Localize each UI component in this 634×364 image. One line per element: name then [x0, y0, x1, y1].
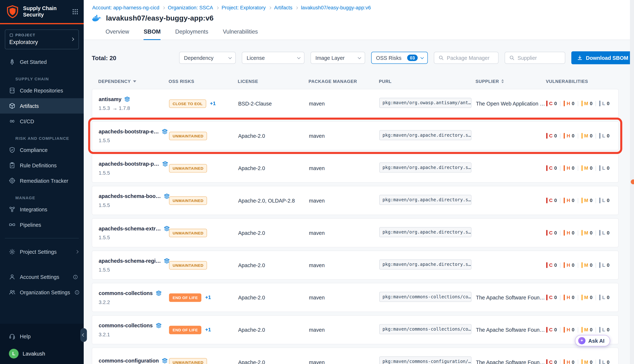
license-cell: Apache-2.0 [238, 165, 265, 171]
nav-account-settings[interactable]: Account Settings [0, 269, 84, 284]
purl-chip[interactable]: pkg:maven/commons-collections/co… [379, 324, 471, 334]
nav-help[interactable]: Help [0, 328, 84, 344]
breadcrumb-artifact-name[interactable]: lavakush07/easy-buggy-app:v6 [301, 5, 371, 10]
pill-divider [578, 133, 578, 138]
package-manager-input[interactable] [447, 55, 494, 61]
breadcrumb-separator-icon [269, 6, 271, 9]
nav-code-repositories[interactable]: Code Repositories [0, 83, 84, 98]
table-row[interactable]: commons-collections 3.2.2 END OF LIFE +1… [92, 283, 618, 312]
filter-label: OSS Risks [376, 55, 401, 61]
table-row[interactable]: apacheds-bootstrap-p… 1.5.5 UNMAINTAINED… [92, 154, 618, 183]
sort-descending-icon[interactable] [133, 80, 137, 82]
high-count-pill: H0 [564, 359, 574, 364]
purl-chip[interactable]: pkg:maven/org.apache.directory.s… [379, 130, 471, 140]
nav-remediation-tracker[interactable]: Remediation Tracker [0, 173, 84, 188]
oss-risks-cell: END OF LIFE +1 [169, 326, 238, 334]
nav-cicd[interactable]: CI/CD [0, 114, 84, 129]
dependency-filter[interactable]: Dependency [179, 52, 236, 64]
ai-sparkle-icon [578, 337, 585, 344]
section-manage: MANAGE [16, 196, 78, 200]
table-row[interactable]: antisamy 1.5.3 → 1.7.8 CLOSE TO EOL +1 B… [92, 89, 618, 118]
organization-settings-icon [9, 289, 15, 296]
purl-chip[interactable]: pkg:maven/commons-collections/co… [379, 292, 471, 302]
supplier-search[interactable] [505, 52, 565, 64]
dependency-cell: apacheds-schema-extr… 1.5.5 [99, 219, 169, 247]
project-icon [9, 33, 14, 37]
license-filter[interactable]: License [242, 52, 304, 64]
page-header: Account: app-harness-ng-cicd Organizatio… [84, 0, 634, 40]
artifacts-icon [9, 103, 15, 109]
nav-artifacts[interactable]: Artifacts [0, 98, 84, 114]
dependency-version: 3.2.2 [99, 299, 110, 305]
nav-rule-definitions[interactable]: Rule Definitions [0, 158, 84, 173]
chevron-right-icon [75, 250, 79, 254]
total-count: Total: 20 [92, 54, 173, 61]
medium-count-pill: M0 [581, 165, 592, 171]
breadcrumb-account[interactable]: Account: app-harness-ng-cicd [92, 5, 159, 10]
nav-compliance[interactable]: Compliance [0, 142, 84, 158]
sidebar-divider [5, 238, 79, 238]
table-row[interactable]: commons-collections 3.2.1 END OF LIFE +1… [92, 315, 618, 344]
breadcrumb-organization[interactable]: Organization: SSCA [168, 5, 213, 10]
tab-sbom[interactable]: SBOM [144, 28, 161, 40]
low-count-pill: L0 [599, 198, 609, 203]
image-layer-filter[interactable]: Image Layer [311, 52, 365, 64]
purl-chip[interactable]: pkg:maven/org.apache.directory.s… [379, 195, 471, 205]
table-row[interactable]: apacheds-schema-regi… 1.5.5 UNMAINTAINED… [92, 250, 618, 280]
pill-divider [578, 262, 578, 268]
sidebar-collapse-handle[interactable] [80, 328, 87, 342]
table-row[interactable]: apacheds-schema-extr… 1.5.5 UNMAINTAINED… [92, 218, 618, 248]
col-purl: PURL [379, 79, 391, 84]
more-risks-link[interactable]: +1 [210, 100, 216, 106]
gear-icon [9, 248, 15, 255]
tab-overview[interactable]: Overview [106, 28, 129, 40]
project-selector[interactable]: PROJECT Exploratory [5, 30, 79, 49]
sbom-content: Total: 20 Dependency License Image Layer… [84, 40, 634, 364]
purl-chip[interactable]: pkg:maven/org.owasp.antisamy/ant… [379, 98, 471, 108]
nav-project-settings[interactable]: Project Settings [0, 244, 84, 260]
nav-get-started[interactable]: Get Started [0, 54, 84, 70]
table-row[interactable]: apacheds-schema-boo… 1.5.5 UNMAINTAINED … [92, 186, 618, 215]
package-manager-cell: maven [309, 262, 325, 268]
sort-toggle-icon[interactable] [501, 79, 504, 83]
package-manager-cell: maven [309, 359, 325, 364]
tab-vulnerabilities[interactable]: Vulnerabilities [223, 28, 258, 40]
breadcrumb-project[interactable]: Project: Exploratory [222, 5, 266, 10]
critical-count-pill: C0 [546, 133, 557, 139]
more-risks-link[interactable]: +1 [205, 295, 211, 300]
more-risks-link[interactable]: +1 [205, 327, 211, 333]
supplier-input[interactable] [518, 55, 561, 61]
purl-chip[interactable]: pkg:maven/org.apache.directory.s… [379, 260, 471, 270]
package-manager-search[interactable] [434, 52, 498, 64]
low-count-pill: L0 [599, 165, 609, 171]
nav-pipelines[interactable]: Pipelines [0, 217, 84, 232]
nav-organization-settings[interactable]: Organization Settings [0, 284, 84, 300]
ask-ai-button[interactable]: Ask AI [575, 335, 610, 346]
sidebar-nav: Get Started SUPPLY CHAIN Code Repositori… [0, 54, 84, 324]
oss-risks-filter[interactable]: OSS Risks 03 [371, 52, 428, 64]
tab-deployments[interactable]: Deployments [175, 28, 208, 40]
table-row[interactable]: commons-configuration UNMAINTAINED Apach… [92, 348, 618, 364]
oss-risks-cell: UNMAINTAINED [169, 164, 238, 172]
col-oss-risks: OSS RISKS [169, 79, 194, 84]
table-row[interactable]: apacheds-bootstrap-e… 1.5.5 UNMAINTAINED… [92, 121, 618, 150]
risk-badge: UNMAINTAINED [169, 132, 207, 140]
user-profile[interactable]: L Lavakush [0, 344, 84, 360]
compliance-icon [9, 147, 15, 153]
nav-item-label: Compliance [20, 147, 48, 153]
rule-definitions-icon [9, 162, 15, 168]
purl-chip[interactable]: pkg:maven/org.apache.directory.s… [379, 227, 471, 237]
pill-divider [596, 327, 596, 332]
purl-chip[interactable]: pkg:maven/org.apache.directory.s… [379, 162, 471, 173]
module-grid-icon[interactable] [72, 8, 78, 15]
critical-count-pill: C0 [546, 327, 557, 333]
layers-icon [156, 290, 162, 296]
purl-chip[interactable]: pkg:maven/commons-configuration/… [379, 356, 471, 364]
dependency-name: commons-configuration [99, 358, 159, 364]
breadcrumb-artifacts[interactable]: Artifacts [274, 5, 292, 10]
section-supply-chain: SUPPLY CHAIN [16, 77, 78, 81]
nav-integrations[interactable]: Integrations [0, 202, 84, 217]
oss-risks-cell: UNMAINTAINED [169, 228, 238, 237]
download-sbom-button[interactable]: Download SBOM [571, 51, 634, 64]
cicd-icon [9, 118, 15, 124]
